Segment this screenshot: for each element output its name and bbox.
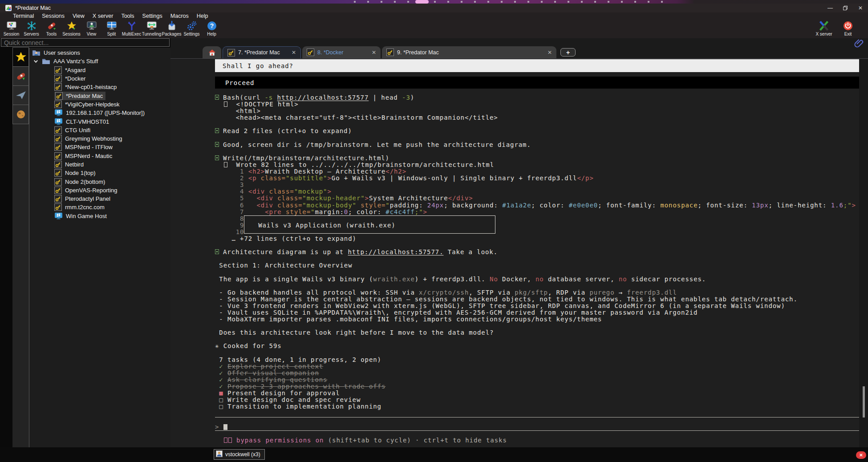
home-tab[interactable] [203, 46, 221, 58]
menu-settings[interactable]: Settings [138, 13, 166, 19]
sidebar-rail [12, 48, 29, 447]
menu-terminal[interactable]: Terminal [9, 13, 38, 19]
user-session-button[interactable]: vstockwell (x3) [214, 449, 265, 460]
session-tree-item[interactable]: *Docker [29, 74, 170, 83]
toolbar-button-view[interactable]: View [81, 20, 101, 36]
session-label: MSPNerd - Mautic [65, 153, 112, 159]
terminal-tab[interactable]: 9. *Predator Mac✕ [382, 46, 556, 58]
close-button[interactable]: ✕ [853, 4, 868, 12]
toolbar-button-tunneling[interactable]: Tunneling [142, 20, 162, 36]
terminal-line: ✓ Explore project context [215, 363, 859, 370]
terminal-link[interactable]: http://localhost:57577. [348, 248, 443, 255]
rail-tools-knife-icon[interactable] [12, 66, 29, 86]
session-tree-item[interactable]: 192.168.1.107 ([UPS-Monitor]) [29, 109, 170, 117]
xserver-icon [819, 20, 829, 31]
attachments-paperclip-icon[interactable] [854, 38, 864, 51]
session-tree-item[interactable]: Netbird [29, 160, 170, 169]
terminal-pane[interactable]: Shall I go ahead?ProceedBash(curl -s htt… [170, 59, 868, 447]
minimize-button[interactable]: — [823, 4, 838, 12]
session-label: OpenVAS-Reporting [65, 187, 118, 194]
session-tree-item[interactable]: OpenVAS-Reporting [29, 186, 170, 195]
ssh-key-icon [54, 195, 62, 203]
rail-macros-plane-icon[interactable] [12, 85, 29, 105]
toolbar-button-exit[interactable]: Exit [836, 20, 860, 36]
settings-icon [187, 20, 197, 31]
split-icon [106, 20, 117, 31]
terminal-line: ✳ Cooked for 59s [215, 343, 859, 349]
toolbar-button-session[interactable]: Session [1, 20, 21, 36]
user-session-label: vstockwell (x3) [225, 451, 260, 458]
session-tree-item[interactable]: Pterodactyl Panel [29, 195, 170, 203]
ssh-key-icon [54, 83, 62, 91]
tree-root-user-sessions[interactable]: User sessions [29, 49, 170, 57]
toolbar-label: Exit [844, 32, 852, 36]
session-tree-item[interactable]: Node 2(bottom) [29, 177, 170, 186]
session-label: Node 1(top) [65, 170, 96, 176]
terminal-line [215, 410, 859, 417]
terminal-line: 10 [215, 229, 859, 235]
session-tree-item[interactable]: *VigilCyber-Helpdesk [29, 100, 170, 109]
session-tree-item[interactable]: MSPNerd - ITFlow [29, 143, 170, 151]
terminal-tab[interactable]: 7. *Predator Mac✕ [223, 46, 301, 58]
session-tree-item[interactable]: Win Game Host [29, 212, 170, 220]
tab-label: 9. *Predator Mac [397, 49, 439, 56]
toolbar-button-help[interactable]: ?Help [202, 20, 222, 36]
proceed-option-bar[interactable]: Proceed [215, 77, 859, 89]
toolbar-button-packages[interactable]: Packages [162, 20, 182, 36]
toolbar-button-x-server[interactable]: X server [812, 20, 836, 36]
session-tree-item[interactable]: *Predator Mac [29, 91, 170, 100]
menu-macros[interactable]: Macros [166, 13, 193, 19]
menu-sessions[interactable]: Sessions [38, 13, 69, 19]
status-dot-icon [215, 155, 219, 160]
session-tree-item[interactable]: Greyming Webhosting [29, 134, 170, 143]
menu-bar: TerminalSessionsViewX serverToolsSetting… [0, 12, 868, 20]
tab-close-icon[interactable]: ✕ [372, 49, 376, 56]
toolbar-button-split[interactable]: Split [101, 20, 122, 36]
new-tab-button[interactable]: + [560, 48, 576, 57]
tab-close-icon[interactable]: ✕ [548, 49, 552, 56]
terminal-line: Read 2 files (ctrl+o to expand) [215, 128, 859, 134]
menu-view[interactable]: View [69, 13, 89, 19]
toolbar-button-multiexec[interactable]: MultiExec [122, 20, 142, 36]
terminal-line: 6 <div class="mockup-body" style="paddin… [215, 202, 859, 209]
menu-tools[interactable]: Tools [117, 13, 138, 19]
terminal-line: > [215, 424, 859, 430]
ssh-key-icon [54, 203, 62, 211]
tree-folder[interactable]: AAA Vantz's Stuff [29, 57, 170, 65]
quick-connect-input[interactable] [1, 38, 170, 47]
ssh-key-icon [54, 169, 62, 177]
terminal-line: 4 <div class="mockup"> [215, 188, 859, 195]
session-tree-item[interactable]: *Asgard [29, 66, 170, 74]
terminal-line [215, 269, 859, 276]
toolbar-button-sessions[interactable]: Sessions [61, 20, 81, 36]
session-tree-item[interactable]: Node 1(top) [29, 169, 170, 177]
tab-label: 7. *Predator Mac [238, 49, 280, 56]
menu-x-server[interactable]: X server [89, 13, 118, 19]
session-tree-item[interactable]: *New-cp01-heistacp [29, 83, 170, 91]
ssh-key-icon [54, 135, 62, 142]
terminal-tab[interactable]: 8. *Docker✕ [302, 46, 381, 58]
session-tree-item[interactable]: CLT-VMHOST01 [29, 117, 170, 126]
session-tree-item[interactable]: CTG Unifi [29, 126, 170, 134]
rail-favorites-star-icon[interactable] [12, 47, 29, 67]
glyph-fallback-box-icon [224, 438, 227, 443]
scrollbar-track[interactable] [859, 59, 868, 447]
rail-network-globe-icon[interactable] [12, 105, 29, 124]
terminal-line [215, 350, 859, 357]
notification-close-button[interactable]: ✕ [856, 451, 866, 459]
session-tree-item[interactable]: rmm.t2cnc.com [29, 203, 170, 211]
chevron-down-icon[interactable] [33, 58, 39, 64]
toolbar-button-settings[interactable]: Settings [182, 20, 202, 36]
terminal-link[interactable]: http://localhost:57577 [277, 94, 369, 101]
toolbar-button-servers[interactable]: Servers [21, 20, 41, 36]
help-icon: ? [207, 20, 217, 31]
tab-close-icon[interactable]: ✕ [292, 49, 296, 56]
glyph-fallback-box-icon [224, 162, 227, 167]
restore-button[interactable] [838, 4, 853, 12]
session-tree-item[interactable]: MSPNerd - Mautic [29, 152, 170, 160]
toolbar-button-tools[interactable]: Tools [41, 20, 61, 36]
session-label: Win Game Host [66, 213, 107, 219]
terminal-line: 2 <p class="subtitle">Go + Wails v3 | Wi… [215, 175, 859, 182]
scrollbar-thumb[interactable] [863, 386, 865, 417]
menu-help[interactable]: Help [193, 13, 212, 19]
